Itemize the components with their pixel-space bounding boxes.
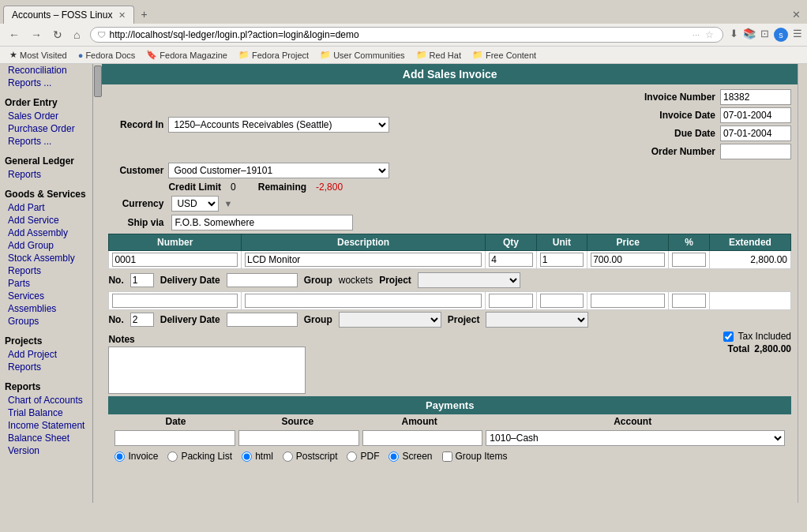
delivery-input-1[interactable] — [227, 273, 298, 287]
sidebar-link-gl-reports[interactable]: Reports — [0, 168, 92, 181]
radio-postscript-input[interactable] — [283, 451, 293, 462]
delivery-input-2[interactable] — [227, 313, 298, 327]
back-button[interactable]: ← — [5, 27, 24, 43]
order-number-input[interactable] — [720, 144, 791, 159]
no-input-1[interactable] — [130, 273, 154, 287]
bookmarks-icon[interactable]: 📚 — [743, 28, 756, 42]
customer-select[interactable]: Good Customer–19101 — [168, 163, 389, 178]
sidebar-link-projects-reports[interactable]: Reports — [0, 361, 92, 373]
bookmark-red-hat[interactable]: 📁 Red Hat — [411, 48, 466, 62]
radio-packing-input[interactable] — [167, 451, 178, 462]
sidebar-link-add-group[interactable]: Add Group — [0, 239, 92, 252]
sidebar-link-add-project[interactable]: Add Project — [0, 348, 92, 361]
payment-date-input[interactable] — [114, 430, 235, 446]
notes-section: Notes — [108, 334, 306, 396]
sidebar-link-stock-assembly[interactable]: Stock Assembly — [0, 252, 92, 264]
input-price-2[interactable] — [591, 294, 665, 308]
input-qty-1[interactable] — [489, 253, 532, 267]
payment-account-select[interactable]: 1010–Cash — [486, 430, 785, 446]
new-tab-button[interactable]: + — [134, 5, 153, 24]
radio-screen-input[interactable] — [388, 451, 399, 462]
radio-html-input[interactable] — [242, 451, 252, 462]
record-in-select[interactable]: 1250–Accounts Receivables (Seattle) — [168, 117, 389, 133]
sidebar-link-add-assembly[interactable]: Add Assembly — [0, 227, 92, 239]
home-button[interactable]: ⌂ — [69, 27, 84, 43]
invoice-number-label: Invoice Number — [636, 92, 715, 103]
forward-button[interactable]: → — [27, 27, 46, 43]
sidebar-section-reports: Reports — [0, 378, 92, 394]
sidebar-link-parts[interactable]: Parts — [0, 277, 92, 290]
ship-via-input[interactable] — [171, 215, 353, 230]
sidebar-scrollbar[interactable] — [92, 64, 102, 503]
sidebar-link-assemblies[interactable]: Assemblies — [0, 302, 92, 315]
sidebar-link-chart-of-accounts[interactable]: Chart of Accounts — [0, 394, 92, 406]
form-title: Add Sales Invoice — [102, 64, 798, 84]
payment-source-input[interactable] — [238, 430, 359, 446]
tab-close-button[interactable]: ✕ — [118, 10, 126, 21]
sync-icon[interactable]: ⊡ — [760, 28, 769, 42]
input-number-1[interactable] — [112, 253, 238, 267]
main-scrollbar[interactable] — [798, 64, 807, 503]
bookmark-star-icon[interactable]: ☆ — [705, 29, 714, 40]
invoice-number-input[interactable] — [720, 89, 791, 105]
project-select-1[interactable] — [418, 272, 520, 288]
sidebar-link-reports-1[interactable]: Reports ... — [0, 77, 92, 89]
bookmark-fedora-magazine[interactable]: 🔖 Fedora Magazine — [141, 48, 232, 62]
sidebar-link-groups[interactable]: Groups — [0, 315, 92, 328]
due-date-input[interactable] — [720, 126, 791, 141]
total-row: Total 2,800.00 — [728, 343, 792, 354]
sidebar-link-trial-balance[interactable]: Trial Balance — [0, 406, 92, 419]
input-description-2[interactable] — [245, 294, 482, 308]
input-price-1[interactable] — [591, 253, 665, 267]
sidebar-link-income-statement[interactable]: Income Statement — [0, 419, 92, 432]
bookmark-fedora-docs[interactable]: ● Fedora Docs — [73, 49, 141, 62]
project-select-2[interactable] — [486, 312, 588, 328]
bookmark-free-content[interactable]: 📁 Free Content — [467, 48, 541, 62]
group-label-1: Group — [304, 275, 332, 286]
sidebar-link-gs-reports[interactable]: Reports — [0, 264, 92, 277]
input-description-1[interactable] — [245, 253, 482, 267]
payment-amount-input[interactable] — [362, 430, 483, 446]
group-items-checkbox[interactable] — [442, 451, 452, 462]
menu-icon[interactable]: ☰ — [793, 28, 802, 42]
radio-pdf-input[interactable] — [347, 451, 357, 462]
bookmark-user-communities[interactable]: 📁 User Communities — [315, 48, 409, 62]
sidebar-scroll-thumb[interactable] — [94, 66, 102, 97]
active-tab[interactable]: Accounts – FOSS Linux ✕ — [3, 6, 134, 24]
input-unit-1[interactable] — [540, 253, 584, 267]
sidebar-link-add-service[interactable]: Add Service — [0, 214, 92, 227]
delivery-label-1: Delivery Date — [160, 275, 220, 286]
account-icon[interactable]: s — [774, 28, 788, 42]
input-unit-2[interactable] — [540, 294, 584, 308]
group-select-2[interactable] — [339, 312, 441, 328]
pay-col-amount: Amount — [358, 416, 480, 427]
sidebar-link-balance-sheet[interactable]: Balance Sheet — [0, 432, 92, 444]
remaining-value: -2,800 — [316, 182, 343, 193]
notes-textarea[interactable] — [108, 347, 306, 394]
bookmark-fedora-project[interactable]: 📁 Fedora Project — [234, 48, 313, 62]
window-close-button[interactable]: ✕ — [789, 6, 804, 24]
tax-included-checkbox[interactable] — [723, 332, 734, 342]
invoice-date-input[interactable] — [720, 107, 791, 123]
sidebar-link-sales-order[interactable]: Sales Order — [0, 110, 92, 122]
sidebar-link-add-part[interactable]: Add Part — [0, 201, 92, 214]
bookmark-most-visited[interactable]: ★ Most Visited — [5, 48, 72, 62]
currency-select[interactable]: USD — [171, 196, 219, 212]
input-percent-2[interactable] — [672, 294, 706, 308]
no-input-2[interactable] — [130, 313, 154, 327]
sidebar-section-order-entry: Order Entry — [0, 94, 92, 110]
input-number-2[interactable] — [112, 294, 238, 308]
sidebar-link-version[interactable]: Version — [0, 444, 92, 457]
radio-invoice-input[interactable] — [114, 451, 125, 462]
sidebar-link-reconciliation[interactable]: Reconciliation — [0, 64, 92, 77]
address-input[interactable] — [109, 29, 689, 40]
sidebar-link-services[interactable]: Services — [0, 290, 92, 302]
downloads-icon[interactable]: ⬇ — [730, 28, 738, 42]
group-items-label: Group Items — [456, 451, 508, 462]
input-qty-2[interactable] — [489, 294, 532, 308]
order-number-label: Order Number — [636, 146, 715, 157]
sidebar-link-purchase-order[interactable]: Purchase Order — [0, 122, 92, 135]
reload-button[interactable]: ↻ — [49, 27, 66, 43]
input-percent-1[interactable] — [672, 253, 706, 267]
sidebar-link-reports-2[interactable]: Reports ... — [0, 135, 92, 148]
